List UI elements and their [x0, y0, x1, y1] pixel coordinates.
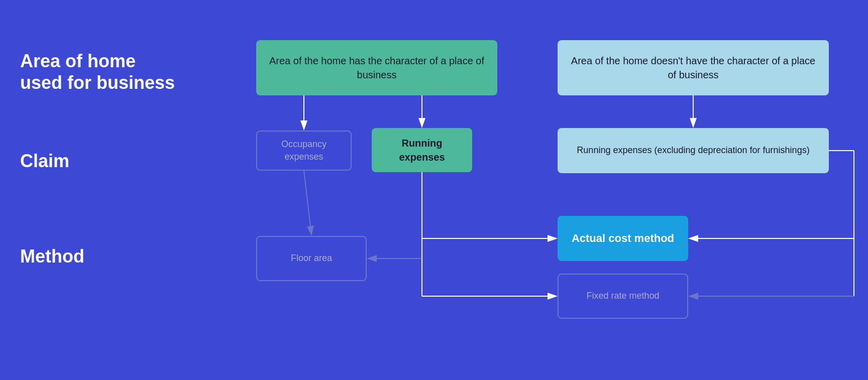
svg-line-5 — [304, 171, 311, 235]
box-no-character: Area of the home doesn't have the charac… — [558, 40, 829, 95]
label-claim: Claim — [20, 151, 69, 172]
label-method: Method — [20, 246, 84, 267]
box-fixed-rate-method: Fixed rate method — [558, 274, 688, 319]
box-has-character: Area of the home has the character of a … — [256, 40, 497, 95]
label-area-of-home: Area of home used for business — [20, 50, 181, 93]
box-running-expenses: Running expenses — [372, 128, 472, 172]
box-occupancy-expenses: Occupancy expenses — [256, 131, 352, 171]
box-running-expenses-excluding: Running expenses (excluding depreciation… — [558, 128, 829, 173]
diagram-container: Area of home used for business Claim Met… — [0, 0, 868, 380]
box-floor-area: Floor area — [256, 236, 367, 281]
box-actual-cost-method: Actual cost method — [558, 216, 688, 261]
